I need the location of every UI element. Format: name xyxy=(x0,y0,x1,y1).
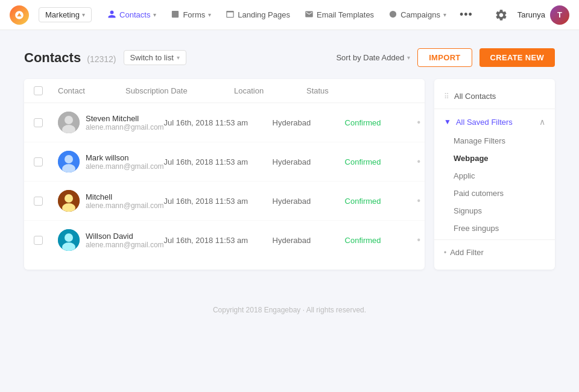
contact-cell-3: Mitchell alene.mann@gmail.com xyxy=(58,190,164,212)
col-checkbox xyxy=(34,86,58,95)
avatar-2 xyxy=(58,151,80,172)
avatar-3 xyxy=(58,190,80,212)
sidebar-item-manage-filters[interactable]: Manage Filters xyxy=(434,132,555,150)
location-3: Hyderabad xyxy=(273,197,345,206)
status-4: Confirmed xyxy=(345,236,417,245)
landing-pages-label: Landing Pages xyxy=(238,10,290,19)
subscription-date-1: Jul 16th, 2018 11:53 am xyxy=(164,118,273,127)
more-options-1[interactable]: • • • xyxy=(417,117,425,128)
contact-info-3: Mitchell alene.mann@gmail.com xyxy=(86,192,164,210)
page-actions: Sort by Date Added ▾ IMPORT CREATE NEW xyxy=(336,48,555,67)
status-2: Confirmed xyxy=(345,157,417,166)
contact-info-1: Steven Mitchell alene.mann@gmail.com xyxy=(86,114,164,131)
more-options-4[interactable]: • • • xyxy=(417,235,425,245)
contacts-icon xyxy=(107,10,116,21)
sidebar-divider xyxy=(434,109,555,109)
col-status: Status xyxy=(306,86,379,95)
sidebar-item-all-contacts[interactable]: ⠿ All Contacts xyxy=(434,86,555,106)
col-contact: Contact xyxy=(58,86,125,95)
filter-icon: ▼ xyxy=(444,118,451,126)
sort-label: Sort by Date Added xyxy=(336,53,404,62)
sidebar-item-signups[interactable]: Signups xyxy=(434,202,555,220)
nav-item-contacts[interactable]: Contacts ▾ xyxy=(101,6,162,24)
contacts-table-card: Contact Subscription Date Location Statu… xyxy=(24,79,425,270)
status-1: Confirmed xyxy=(345,118,417,127)
sidebar-item-paid-customers[interactable]: Paid cutomers xyxy=(434,185,555,202)
user-avatar: T xyxy=(550,5,569,25)
nav-right: Tarunya T xyxy=(492,5,569,25)
col-subscription-date: Subscription Date xyxy=(125,86,234,95)
row-checkbox-2[interactable] xyxy=(34,157,58,166)
nav-item-forms[interactable]: Forms ▾ xyxy=(165,6,217,24)
nav-item-landing-pages[interactable]: Landing Pages xyxy=(220,6,296,24)
table-row: Willson David alene.mann@gmail.com Jul 1… xyxy=(24,221,425,259)
col-actions xyxy=(379,86,415,95)
sort-dropdown[interactable]: Sort by Date Added ▾ xyxy=(336,53,410,62)
subscription-date-4: Jul 16th, 2018 11:53 am xyxy=(164,236,273,245)
footer-text: Copyright 2018 Engagebay · All rights re… xyxy=(213,306,366,314)
contact-cell-2: Mark willson alene.mann@gmail.com xyxy=(58,151,164,172)
sidebar-item-applic[interactable]: Applic xyxy=(434,167,555,185)
contact-count: (12312) xyxy=(87,54,116,64)
contacts-sidebar: ⠿ All Contacts ▼ All Saved Filters ∧ Man… xyxy=(434,79,555,270)
email-templates-label: Email Templates xyxy=(317,10,374,19)
nav-item-campaigns[interactable]: Campaigns ▾ xyxy=(382,6,452,24)
marketing-dropdown[interactable]: Marketing ▾ xyxy=(39,7,92,22)
location-4: Hyderabad xyxy=(273,236,345,245)
import-button[interactable]: IMPORT xyxy=(417,48,472,67)
main-content: Contacts (12312) Switch to list ▾ Sort b… xyxy=(0,30,579,282)
svg-point-5 xyxy=(65,155,73,163)
more-options[interactable]: ••• xyxy=(455,5,478,25)
app-logo[interactable] xyxy=(10,5,29,25)
switch-list-chevron: ▾ xyxy=(177,54,180,61)
campaigns-icon xyxy=(388,10,397,21)
drag-icon: ⠿ xyxy=(444,92,449,101)
table-header: Contact Subscription Date Location Statu… xyxy=(24,79,425,103)
page-title-section: Contacts (12312) Switch to list ▾ xyxy=(24,50,186,66)
contact-cell-1: Steven Mitchell alene.mann@gmail.com xyxy=(58,112,164,133)
table-row: Mitchell alene.mann@gmail.com Jul 16th, … xyxy=(24,182,425,221)
subscription-date-3: Jul 16th, 2018 11:53 am xyxy=(164,197,273,206)
add-filter-dot: • xyxy=(444,248,446,257)
landing-pages-icon xyxy=(226,10,235,21)
more-options-3[interactable]: • • • xyxy=(417,195,425,206)
svg-point-2 xyxy=(65,116,73,124)
more-options-2[interactable]: • • • xyxy=(417,156,425,167)
contact-cell-4: Willson David alene.mann@gmail.com xyxy=(58,229,164,251)
add-filter-label: Add Filter xyxy=(450,248,484,257)
contacts-chevron: ▾ xyxy=(153,11,156,18)
switch-list-button[interactable]: Switch to list ▾ xyxy=(124,50,186,65)
row-checkbox-1[interactable] xyxy=(34,118,58,127)
svg-point-8 xyxy=(65,194,73,203)
sidebar-item-free-singups[interactable]: Free singups xyxy=(434,220,555,237)
sidebar-all-saved-filters[interactable]: ▼ All Saved Filters ∧ xyxy=(434,112,555,132)
table-row: Mark willson alene.mann@gmail.com Jul 16… xyxy=(24,142,425,182)
campaigns-chevron: ▾ xyxy=(443,11,446,18)
sidebar-divider-2 xyxy=(434,239,555,240)
all-contacts-label: All Contacts xyxy=(454,92,496,101)
add-filter-button[interactable]: • Add Filter xyxy=(434,242,555,262)
row-checkbox-4[interactable] xyxy=(34,236,58,245)
settings-button[interactable] xyxy=(492,6,510,24)
sidebar-item-webpage[interactable]: Webpage xyxy=(434,150,555,167)
select-all-checkbox[interactable] xyxy=(34,86,43,95)
contacts-label: Contacts xyxy=(119,10,150,19)
forms-label: Forms xyxy=(183,10,205,19)
marketing-label: Marketing xyxy=(45,10,80,19)
user-section[interactable]: Tarunya T xyxy=(517,5,569,25)
subscription-date-2: Jul 16th, 2018 11:53 am xyxy=(164,157,273,166)
marketing-chevron: ▾ xyxy=(82,11,85,18)
collapse-icon: ∧ xyxy=(539,117,545,127)
forms-chevron: ▾ xyxy=(208,11,211,18)
table-row: Steven Mitchell alene.mann@gmail.com Jul… xyxy=(24,103,425,142)
location-2: Hyderabad xyxy=(273,157,345,166)
email-templates-icon xyxy=(305,10,314,21)
status-3: Confirmed xyxy=(345,197,417,206)
nav-item-email-templates[interactable]: Email Templates xyxy=(299,6,380,24)
contact-info-2: Mark willson alene.mann@gmail.com xyxy=(86,153,164,171)
row-checkbox-3[interactable] xyxy=(34,197,58,206)
create-new-button[interactable]: CREATE NEW xyxy=(479,48,555,67)
location-1: Hyderabad xyxy=(273,118,345,127)
svg-point-0 xyxy=(390,10,396,17)
svg-point-11 xyxy=(65,233,73,242)
